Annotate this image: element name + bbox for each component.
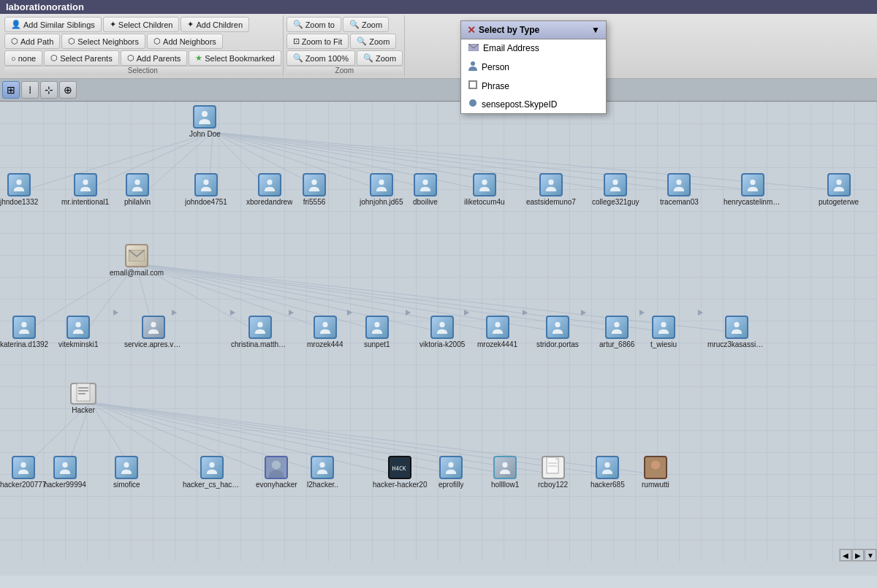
scroll-right-arrow[interactable]: ▶: [852, 549, 864, 561]
node-putogeterwe[interactable]: putogeterwe: [819, 173, 859, 206]
node-hacker99994[interactable]: hacker99994: [44, 456, 86, 489]
node-rumwutti[interactable]: rumwutti: [642, 456, 669, 489]
node-artur-6866[interactable]: artur_6866: [599, 316, 634, 348]
select-bookmarked-button[interactable]: ★ Select Bookmarked: [189, 50, 281, 66]
none-button[interactable]: ○ none: [4, 50, 42, 66]
node-email-mail-com[interactable]: email@mail.com: [110, 244, 164, 277]
node-mr-intentional1[interactable]: mr.intentional1: [61, 173, 109, 206]
node-christina-matthews[interactable]: christina.matthewsss: [231, 316, 289, 348]
dropdown-item-skypeid[interactable]: sensepost.SkypeID: [461, 95, 606, 113]
zoom-in-button[interactable]: 🔍 Zoom: [343, 17, 389, 32]
tab-icon-grid[interactable]: ⊞: [2, 81, 20, 99]
zoom-to-fit-button[interactable]: ⊡ Zoom to Fit: [286, 34, 349, 49]
dropdown-arrow-icon: ▼: [591, 25, 600, 35]
select-children-button[interactable]: ✦ Select Children: [103, 17, 180, 32]
node-eastsidemuno7[interactable]: eastsidemuno7: [526, 173, 576, 206]
path-icon: ⬡: [11, 37, 18, 46]
hacker-label: Hacker: [72, 406, 95, 414]
node-sunpet1[interactable]: sunpet1: [364, 316, 390, 348]
zoom-btns-2: ⊡ Zoom to Fit 🔍 Zoom: [286, 34, 403, 49]
add-similar-siblings-button[interactable]: 👤 Add Similar Siblings: [4, 17, 102, 32]
t-wiesiu-label: t_wiesiu: [650, 340, 677, 348]
node-jhndoe1332[interactable]: jhndoe1332: [0, 173, 38, 206]
node-philalvin[interactable]: philalvin: [124, 173, 151, 206]
node-simofice[interactable]: simofice: [113, 456, 140, 489]
sunpet1-label: sunpet1: [364, 340, 390, 348]
svg-marker-51: [639, 310, 645, 316]
svg-point-90: [272, 460, 281, 469]
dropdown-item-email[interactable]: Email Address: [461, 39, 606, 57]
node-fri5556[interactable]: fri5556: [303, 173, 326, 206]
node-xboredandrew[interactable]: xboredandrew: [246, 173, 292, 206]
node-mrucz3kasassin111[interactable]: mrucz3kasassin111: [707, 316, 766, 348]
hacker685-icon: [596, 456, 619, 479]
mrozek4441-icon: [486, 316, 509, 339]
node-henrycastelinmolony[interactable]: henrycastelinmolony: [724, 173, 782, 206]
iliketocum4u-label: iliketocum4u: [464, 198, 505, 206]
svg-point-54: [17, 180, 22, 185]
scroll-down-arrow[interactable]: ▼: [865, 549, 876, 561]
svg-marker-50: [581, 310, 586, 316]
node-traceman03[interactable]: traceman03: [660, 173, 699, 206]
graph-canvas[interactable]: John Doe jhndoe1332 mr.intentional1 phil…: [0, 102, 877, 562]
tab-icon-dots[interactable]: ⁞: [21, 81, 39, 99]
tab-icon-connections[interactable]: ⊹: [40, 81, 58, 99]
node-mrozek444[interactable]: mrozek444: [307, 316, 343, 348]
hacker-cs-hacker2-label: hacker_cs_hacker2: [183, 481, 241, 489]
select-neighbors-button[interactable]: ⬡ Select Neighbors: [61, 34, 145, 49]
zoom-icon2: 🔍: [357, 37, 367, 46]
node-service-apres[interactable]: service.apres.vente: [124, 316, 183, 348]
svg-marker-48: [464, 310, 469, 316]
add-path-button[interactable]: ⬡ Add Path: [4, 34, 60, 49]
l2hacker-icon: [311, 456, 334, 479]
simofice-icon: [115, 456, 138, 479]
viktoria-k2005-label: viktoria-k2005: [419, 340, 465, 348]
stridor-portas-icon: [546, 316, 569, 339]
node-mrozek4441[interactable]: mrozek4441: [477, 316, 517, 348]
zoom3-button[interactable]: 🔍 Zoom: [357, 50, 403, 66]
neighbors-icon: ⬡: [68, 37, 75, 46]
svg-rect-81: [77, 383, 90, 401]
node-viktoria-k2005[interactable]: viktoria-k2005: [419, 316, 465, 348]
node-vitekminski1[interactable]: vitekminski1: [58, 316, 98, 348]
node-katerina-d1392[interactable]: katerina.d1392: [0, 316, 48, 348]
node-l2hacker[interactable]: l2hacker..: [307, 456, 338, 489]
add-parents-button[interactable]: ⬡ Add Parents: [121, 50, 188, 66]
node-stridor-portas[interactable]: stridor.portas: [536, 316, 579, 348]
node-t-wiesiu[interactable]: t_wiesiu: [650, 316, 677, 348]
node-rcboy122[interactable]: rcboy122: [538, 456, 568, 489]
node-iliketocum4u[interactable]: iliketocum4u: [464, 173, 505, 206]
node-eprofilly[interactable]: eprofilly: [438, 456, 463, 489]
svg-point-71: [151, 322, 156, 327]
node-johndoe4751[interactable]: johndoe4751: [185, 173, 227, 206]
node-johnjohn-jd65[interactable]: johnjohn.jd65: [360, 173, 403, 206]
johndoe-label: John Doe: [189, 130, 221, 138]
node-hacker685[interactable]: hacker685: [591, 456, 625, 489]
scroll-left-arrow[interactable]: ◀: [840, 549, 851, 561]
zoom-100-button[interactable]: 🔍 Zoom 100%: [286, 50, 355, 66]
node-hacker-cs-hacker2[interactable]: hacker_cs_hacker2: [183, 456, 241, 489]
node-johndoe[interactable]: John Doe: [189, 105, 221, 138]
toolbar: laborationoration 👤 Add Similar Siblings…: [0, 0, 877, 79]
dropdown-item-phrase[interactable]: Phrase: [461, 77, 606, 95]
dropdown-item-person[interactable]: Person: [461, 57, 606, 77]
select-parents-button[interactable]: ⬡ Select Parents: [44, 50, 119, 66]
toolbar-rows: 👤 Add Similar Siblings ✦ Select Children…: [0, 14, 877, 78]
zoom2-button[interactable]: 🔍 Zoom: [350, 34, 396, 49]
stridor-portas-label: stridor.portas: [536, 340, 579, 348]
zoom-to-button[interactable]: 🔍 Zoom to: [286, 17, 341, 32]
add-neighbors-button[interactable]: ⬡ Add Neighbors: [147, 34, 223, 49]
node-evonyhacker[interactable]: evonyhacker: [256, 456, 297, 489]
node-hollllow1[interactable]: hollllow1: [491, 456, 519, 489]
svg-point-74: [374, 322, 379, 327]
node-dboilive[interactable]: dboilive: [413, 173, 438, 206]
none-icon: ○: [11, 54, 16, 63]
node-hacker-hacker20[interactable]: H4CK hacker-hacker20: [373, 456, 427, 489]
node-hacker200777[interactable]: hacker200777: [0, 456, 46, 489]
node-hacker[interactable]: Hacker: [70, 383, 96, 414]
vitekminski1-label: vitekminski1: [58, 340, 98, 348]
tab-icon-crosshair[interactable]: ⊕: [59, 81, 77, 99]
mr-intentional1-icon: [74, 173, 97, 196]
node-college321guy[interactable]: college321guy: [592, 173, 639, 206]
add-children-button[interactable]: ✦ Add Children: [181, 17, 249, 32]
